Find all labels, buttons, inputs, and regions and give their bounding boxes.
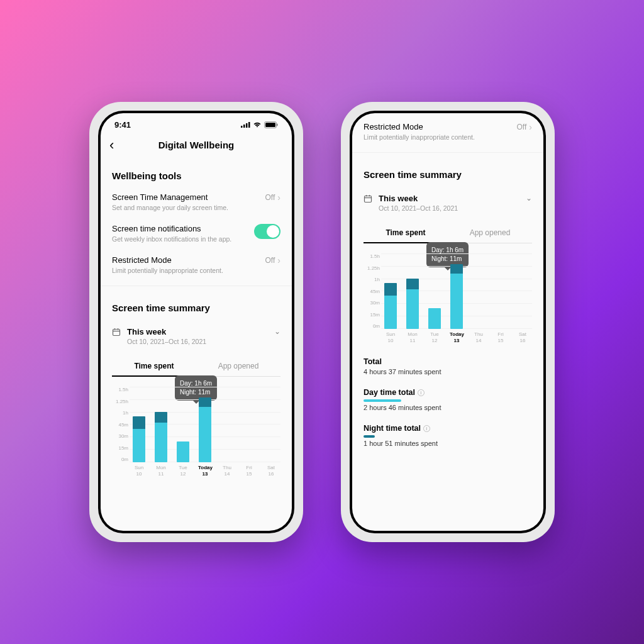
bar-slot[interactable]	[220, 387, 234, 462]
status-icons	[241, 121, 278, 128]
y-tick: 1.5h	[364, 253, 380, 259]
y-tick: 45m	[112, 422, 128, 428]
period-selector[interactable]: This week Oct 10, 2021–Oct 16, 2021 ⌄	[352, 185, 543, 214]
night-total-label: Night time total	[364, 424, 421, 433]
y-tick: 1.5h	[112, 387, 128, 392]
tab-app-opened[interactable]: App opened	[448, 223, 532, 243]
x-tick: Tue12	[176, 465, 190, 477]
bar-segment-day	[428, 308, 441, 329]
y-tick: 1h	[112, 410, 128, 416]
setting-value: Off	[517, 123, 527, 131]
bar-segment-day	[155, 423, 167, 462]
x-tick: Today13	[198, 465, 212, 477]
bar-segment-night	[406, 279, 419, 289]
setting-restricted-mode[interactable]: Restricted Mode Limit potentially inappr…	[352, 113, 543, 147]
x-tick: Sat16	[264, 465, 278, 477]
chevron-right-icon: ›	[529, 122, 532, 132]
bar	[428, 308, 441, 329]
bars-container	[381, 253, 532, 329]
x-tick: Today13	[450, 331, 464, 343]
chart-grid: 1.5h1.25h1h45m30m15m0m	[381, 253, 532, 329]
total-label: Total	[364, 357, 532, 366]
screen-left: 9:41 ‹ Digital Wellbeing Wellbeing tools…	[101, 113, 292, 531]
svg-rect-7	[113, 330, 120, 336]
y-tick: 30m	[112, 433, 128, 439]
chart-time-spent: Day: 1h 6m Night: 11m 1.5h1.25h1h45m30m1…	[101, 377, 292, 482]
x-axis-labels: Sun10Mon11Tue12Today13Thu14Fri15Sat16	[130, 462, 280, 477]
night-total-value: 1 hour 51 minutes spent	[364, 440, 532, 447]
chevron-down-icon: ⌄	[526, 194, 532, 203]
svg-rect-1	[243, 125, 245, 128]
x-tick: Sat16	[516, 331, 530, 343]
y-tick: 0m	[112, 457, 128, 462]
summary-day-total: Day time total i 2 hours 46 minutes spen…	[352, 379, 543, 415]
bar-slot[interactable]	[406, 253, 419, 329]
bar-slot[interactable]	[132, 387, 146, 462]
divider	[101, 286, 292, 286]
y-tick: 15m	[112, 445, 128, 451]
svg-rect-2	[246, 123, 248, 128]
bar-segment-night	[384, 283, 397, 296]
bar-segment-day	[450, 274, 463, 329]
toggle-on[interactable]	[254, 224, 280, 239]
bar-slot[interactable]	[264, 387, 278, 462]
day-total-value: 2 hours 46 minutes spent	[364, 404, 532, 411]
bar-slot[interactable]	[198, 387, 212, 462]
chart-tabs: Time spent App opened	[364, 223, 532, 243]
bar	[384, 283, 397, 329]
section-title-summary: Screen time summary	[101, 291, 292, 318]
phone-bezel: 9:41 ‹ Digital Wellbeing Wellbeing tools…	[98, 111, 294, 533]
x-tick: Sun10	[132, 465, 146, 477]
y-axis-labels: 1.5h1.25h1h45m30m15m0m	[112, 387, 128, 462]
info-icon[interactable]: i	[418, 389, 425, 396]
back-icon[interactable]: ‹	[109, 137, 114, 153]
bar-slot[interactable]	[176, 387, 190, 462]
svg-rect-11	[365, 196, 372, 203]
bar-slot[interactable]	[472, 253, 486, 329]
x-tick: Mon11	[406, 331, 419, 343]
bar-segment-day	[133, 429, 145, 462]
bar-slot[interactable]	[450, 253, 464, 329]
bar	[450, 264, 463, 329]
battery-icon	[264, 121, 278, 128]
bar-slot[interactable]	[242, 387, 256, 462]
svg-rect-5	[265, 123, 275, 127]
bar-segment-night	[133, 416, 145, 429]
y-tick: 30m	[364, 300, 380, 306]
setting-label: Screen time notifications	[112, 224, 254, 233]
chart-tabs: Time spent App opened	[112, 357, 280, 377]
phone-frame-left: 9:41 ‹ Digital Wellbeing Wellbeing tools…	[89, 102, 303, 542]
wifi-icon	[253, 121, 262, 128]
bar-slot[interactable]	[384, 253, 397, 329]
bar-slot[interactable]	[494, 253, 508, 329]
bar-slot[interactable]	[516, 253, 530, 329]
setting-screen-time-notifications[interactable]: Screen time notifications Get weekly inb…	[101, 218, 292, 249]
bar-segment-day	[406, 289, 419, 329]
bars-container	[130, 387, 280, 462]
period-selector[interactable]: This week Oct 10, 2021–Oct 16, 2021 ⌄	[101, 318, 292, 348]
tab-time-spent[interactable]: Time spent	[364, 223, 448, 243]
setting-screen-time-management[interactable]: Screen Time Management Set and manage yo…	[101, 186, 292, 218]
bar-segment-day	[177, 441, 189, 462]
bar-segment-day	[199, 407, 211, 462]
tab-time-spent[interactable]: Time spent	[112, 357, 196, 377]
tab-app-opened[interactable]: App opened	[196, 357, 280, 377]
period-label: This week	[127, 327, 268, 336]
x-tick: Thu14	[220, 465, 234, 477]
info-icon[interactable]: i	[423, 425, 430, 432]
section-title-summary: Screen time summary	[352, 158, 543, 185]
bar-slot[interactable]	[428, 253, 441, 329]
setting-restricted-mode[interactable]: Restricted Mode Limit potentially inappr…	[101, 249, 292, 280]
bar-segment-night	[155, 412, 167, 423]
x-tick: Tue12	[428, 331, 441, 343]
divider	[352, 152, 543, 153]
section-title-tools: Wellbeing tools	[101, 159, 292, 186]
y-tick: 1h	[364, 277, 380, 282]
period-label: This week	[379, 194, 519, 203]
setting-value: Off	[265, 193, 275, 202]
bar-slot[interactable]	[154, 387, 168, 462]
chevron-right-icon: ›	[277, 255, 280, 265]
y-tick: 0m	[364, 323, 380, 329]
x-tick: Mon11	[154, 465, 168, 477]
header: ‹ Digital Wellbeing	[101, 136, 292, 159]
